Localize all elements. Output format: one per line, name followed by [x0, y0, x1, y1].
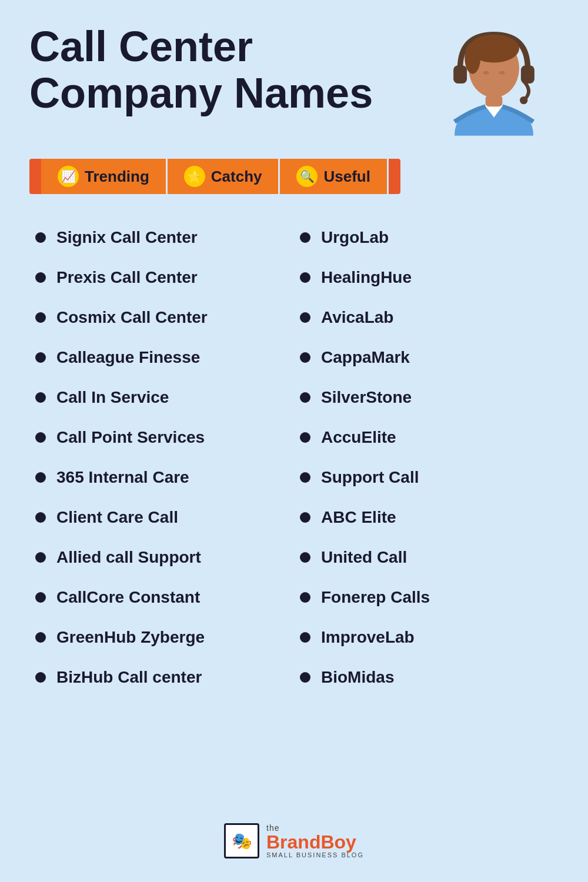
list-item: SilverStone — [294, 377, 559, 417]
bullet-icon — [300, 592, 310, 603]
svg-point-6 — [483, 71, 489, 75]
list-item-label: Allied call Support — [56, 548, 201, 567]
logo-brandname: BrandBoy — [266, 833, 356, 851]
bullet-icon — [35, 672, 46, 683]
tab-trending[interactable]: 📈 Trending — [41, 159, 168, 194]
list-item: Call In Service — [29, 377, 294, 417]
list-item-label: Prexis Call Center — [56, 268, 198, 287]
page-wrapper: Call Center Company Names — [0, 0, 588, 882]
logo-icon: 🎭 — [224, 823, 259, 858]
list-item: Support Call — [294, 457, 559, 497]
bullet-icon — [300, 672, 310, 683]
header: Call Center Company Names — [29, 24, 559, 147]
bullet-icon — [35, 552, 46, 563]
bullet-icon — [300, 272, 310, 283]
catchy-icon: ⭐ — [184, 166, 205, 187]
list-item-label: 365 Internal Care — [56, 468, 189, 487]
logo-tagline: SMALL BUSINESS BLOG — [266, 851, 364, 858]
bullet-icon — [300, 632, 310, 643]
list-item-label: United Call — [321, 548, 407, 567]
catchy-label: Catchy — [211, 168, 262, 186]
bullet-icon — [35, 632, 46, 643]
list-item-label: Cosmix Call Center — [56, 308, 208, 327]
list-item: ABC Elite — [294, 497, 559, 537]
tab-right-accent — [389, 159, 400, 194]
bullet-icon — [300, 352, 310, 363]
trending-icon: 📈 — [58, 166, 79, 187]
list-item-label: ABC Elite — [321, 508, 396, 527]
list-item-label: BioMidas — [321, 668, 394, 687]
bullet-icon — [35, 312, 46, 323]
list-item-label: UrgoLab — [321, 228, 389, 247]
useful-icon: 🔍 — [296, 166, 318, 187]
list-item-label: HealingHue — [321, 268, 412, 287]
list-item: BioMidas — [294, 657, 559, 697]
list-item-label: CappaMark — [321, 348, 410, 367]
list-item-label: BizHub Call center — [56, 668, 202, 687]
list-item-label: Calleague Finesse — [56, 348, 200, 367]
svg-rect-8 — [486, 95, 503, 106]
list-item: CappaMark — [294, 338, 559, 377]
tab-catchy[interactable]: ⭐ Catchy — [168, 159, 280, 194]
tab-useful[interactable]: 🔍 Useful — [280, 159, 388, 194]
bullet-icon — [35, 352, 46, 363]
bullet-icon — [300, 512, 310, 523]
footer: 🎭 the BrandBoy SMALL BUSINESS BLOG — [29, 811, 559, 864]
list-item: CallCore Constant — [29, 577, 294, 617]
list-item: AccuElite — [294, 417, 559, 457]
list-item: GreenHub Zyberge — [29, 617, 294, 657]
bullet-icon — [300, 432, 310, 443]
bullet-icon — [300, 392, 310, 403]
list-item: Allied call Support — [29, 537, 294, 577]
list-item: 365 Internal Care — [29, 457, 294, 497]
list-item: Signix Call Center — [29, 218, 294, 258]
list-column-left: Signix Call Center Prexis Call Center Co… — [29, 218, 294, 811]
list-item: Calleague Finesse — [29, 338, 294, 377]
list-item-label: Client Care Call — [56, 508, 178, 527]
list-item-label: Call Point Services — [56, 428, 205, 447]
list-item-label: ImproveLab — [321, 628, 415, 647]
list-column-right: UrgoLab HealingHue AvicaLab CappaMark Si… — [294, 218, 559, 811]
list-item: Client Care Call — [29, 497, 294, 537]
logo-brand-accent: Boy — [320, 831, 356, 853]
list-item-label: GreenHub Zyberge — [56, 628, 205, 647]
brand-logo: 🎭 the BrandBoy SMALL BUSINESS BLOG — [224, 823, 364, 858]
list-item: Cosmix Call Center — [29, 298, 294, 338]
bullet-icon — [35, 232, 46, 243]
avatar — [429, 18, 559, 147]
bullet-icon — [35, 472, 46, 483]
list-item: ImproveLab — [294, 617, 559, 657]
list-item: AvicaLab — [294, 298, 559, 338]
tab-left-accent — [29, 159, 41, 194]
list-item-label: AccuElite — [321, 428, 396, 447]
list-item: UrgoLab — [294, 218, 559, 258]
bullet-icon — [300, 232, 310, 243]
bullet-icon — [35, 392, 46, 403]
bullet-icon — [35, 432, 46, 443]
list-item-label: Fonerep Calls — [321, 588, 430, 607]
bullet-icon — [35, 592, 46, 603]
page-title: Call Center Company Names — [29, 24, 373, 116]
useful-label: Useful — [323, 168, 370, 186]
list-item: Call Point Services — [29, 417, 294, 457]
list-item-label: SilverStone — [321, 388, 412, 407]
list-item: United Call — [294, 537, 559, 577]
svg-point-5 — [465, 42, 480, 74]
list-item-label: Support Call — [321, 468, 419, 487]
bullet-icon — [300, 552, 310, 563]
list-item: HealingHue — [294, 258, 559, 298]
bullet-icon — [300, 472, 310, 483]
title-block: Call Center Company Names — [29, 24, 373, 116]
list-item-label: AvicaLab — [321, 308, 393, 327]
list-item: BizHub Call center — [29, 657, 294, 697]
list-item-label: CallCore Constant — [56, 588, 200, 607]
list-item-label: Signix Call Center — [56, 228, 198, 247]
list-item: Fonerep Calls — [294, 577, 559, 617]
list-item: Prexis Call Center — [29, 258, 294, 298]
bullet-icon — [300, 312, 310, 323]
bullet-icon — [35, 512, 46, 523]
list-item-label: Call In Service — [56, 388, 169, 407]
trending-label: Trending — [85, 168, 149, 186]
lists-section: Signix Call Center Prexis Call Center Co… — [29, 218, 559, 811]
bullet-icon — [35, 272, 46, 283]
